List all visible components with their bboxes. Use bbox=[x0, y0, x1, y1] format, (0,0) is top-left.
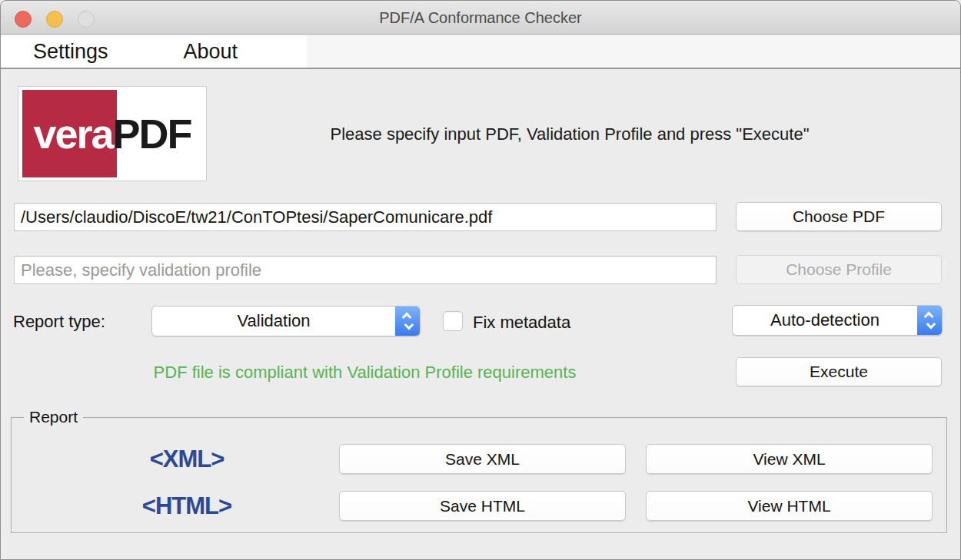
fix-metadata-checkbox[interactable] bbox=[443, 311, 463, 331]
menu-bar: Settings About bbox=[1, 35, 960, 69]
chevron-down-icon bbox=[926, 320, 936, 330]
report-type-dropdown[interactable]: Validation bbox=[151, 306, 421, 336]
html-format-label: <HTML> bbox=[125, 492, 248, 520]
menu-settings[interactable]: Settings bbox=[33, 40, 108, 64]
verapdf-logo: veraPDF bbox=[18, 86, 207, 181]
view-html-button[interactable]: View HTML bbox=[646, 491, 933, 521]
window-title: PDF/A Conformance Checker bbox=[1, 1, 960, 35]
title-bar: PDF/A Conformance Checker bbox=[1, 1, 960, 35]
report-group-legend: Report bbox=[24, 408, 83, 426]
save-html-button[interactable]: Save HTML bbox=[339, 491, 626, 521]
app-window: PDF/A Conformance Checker Settings About… bbox=[0, 0, 961, 560]
execute-button[interactable]: Execute bbox=[736, 357, 942, 386]
dropdown-stepper-icon bbox=[917, 306, 942, 335]
view-xml-button[interactable]: View XML bbox=[646, 444, 933, 474]
logo-text-vera: vera bbox=[33, 113, 112, 154]
validation-profile-input[interactable] bbox=[14, 256, 717, 284]
logo-text: veraPDF bbox=[18, 87, 206, 181]
choose-pdf-button[interactable]: Choose PDF bbox=[736, 202, 942, 231]
pdf-path-input[interactable] bbox=[14, 203, 717, 231]
report-group: Report <XML> <HTML> Save XML View XML Sa… bbox=[11, 417, 947, 533]
report-type-label: Report type: bbox=[13, 312, 105, 332]
chevron-down-icon bbox=[404, 320, 414, 330]
fix-metadata-label: Fix metadata bbox=[473, 313, 570, 333]
instruction-text: Please specify input PDF, Validation Pro… bbox=[224, 124, 916, 144]
choose-profile-button: Choose Profile bbox=[736, 255, 942, 284]
compliance-status-text: PDF file is compliant with Validation Pr… bbox=[1, 363, 729, 383]
menu-about[interactable]: About bbox=[184, 40, 238, 64]
menu-strip: Settings About bbox=[1, 35, 307, 68]
xml-format-label: <XML> bbox=[125, 446, 248, 473]
flavour-selected-value: Auto-detection bbox=[733, 310, 917, 330]
report-type-selected-value: Validation bbox=[152, 311, 395, 331]
flavour-dropdown[interactable]: Auto-detection bbox=[732, 305, 943, 336]
dropdown-stepper-icon bbox=[395, 307, 420, 336]
save-xml-button[interactable]: Save XML bbox=[339, 444, 626, 474]
logo-text-pdf: PDF bbox=[113, 113, 191, 154]
